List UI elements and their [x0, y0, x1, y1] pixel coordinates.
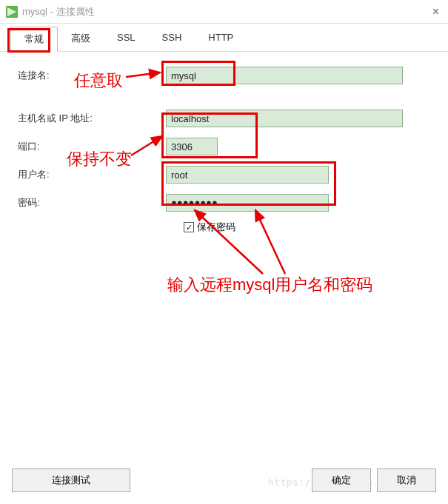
host-input[interactable] — [166, 110, 403, 127]
tab-bar: 常规 高级 SSL SSH HTTP — [0, 27, 448, 52]
label-save-password: 保存密码 — [197, 221, 235, 234]
tab-http[interactable]: HTTP — [195, 27, 247, 51]
form-panel: 连接名: 主机名或 IP 地址: 端口: 用户名: 密码: ●●●●●●●● ✓… — [0, 52, 448, 247]
button-bar: 连接测试 确定 取消 — [12, 468, 436, 492]
username-input[interactable] — [166, 166, 329, 184]
label-port: 端口: — [18, 140, 166, 153]
title-bar: mysql - 连接属性 × — [0, 0, 448, 24]
tab-ssl[interactable]: SSL — [104, 27, 149, 51]
ok-button[interactable]: 确定 — [312, 468, 371, 492]
tab-advanced[interactable]: 高级 — [58, 27, 104, 51]
annotation-text-remote: 输入远程mysql用户名和密码 — [167, 274, 372, 296]
label-password: 密码: — [18, 196, 166, 209]
close-icon[interactable]: × — [429, 5, 442, 19]
conn-name-input[interactable] — [166, 67, 403, 84]
port-input[interactable] — [166, 138, 218, 155]
app-icon — [6, 6, 18, 18]
password-input[interactable]: ●●●●●●●● — [166, 194, 329, 212]
tab-ssh[interactable]: SSH — [149, 27, 195, 51]
label-host: 主机名或 IP 地址: — [18, 112, 166, 125]
save-password-checkbox[interactable]: ✓ — [184, 222, 194, 232]
cancel-button[interactable]: 取消 — [377, 468, 436, 492]
window-title: mysql - 连接属性 — [22, 5, 429, 19]
label-conn-name: 连接名: — [18, 69, 166, 82]
label-username: 用户名: — [18, 168, 166, 181]
tab-general[interactable]: 常规 — [10, 27, 58, 52]
test-connection-button[interactable]: 连接测试 — [12, 468, 130, 492]
